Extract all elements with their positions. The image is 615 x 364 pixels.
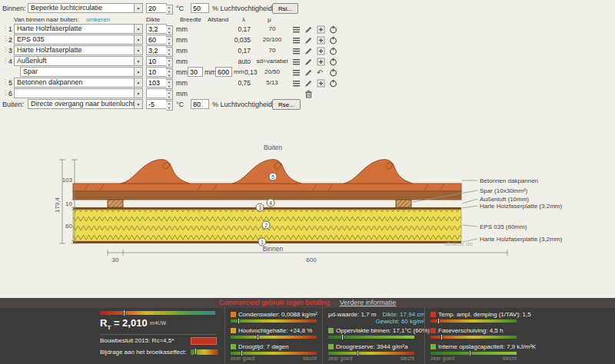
banner-info-link[interactable]: Verdere informatie — [340, 299, 397, 306]
broeikas-row: Bijdrage aan het broeikaseffect: — [100, 349, 221, 356]
pencil-icon[interactable] — [304, 47, 314, 56]
binnen-select[interactable]: Beperkte luchtcirculatie ▼ — [28, 3, 143, 13]
add-layer-icon[interactable] — [317, 79, 326, 88]
trash-icon[interactable] — [304, 90, 314, 99]
breedte-input[interactable] — [188, 67, 203, 77]
bouwbesluit-fail-indicator — [191, 337, 217, 345]
mud-waarde: μd-waarde: 1,7 m — [328, 311, 376, 318]
svg-text:Außenluft (10mm): Außenluft (10mm) — [480, 196, 529, 203]
pencil-icon[interactable] — [304, 36, 314, 45]
material-select[interactable]: Betonnen dakpannen▼ — [14, 78, 143, 88]
material-select[interactable]: Außenluft▼ — [14, 56, 143, 66]
material-select[interactable]: Spar▼ — [20, 67, 143, 77]
add-layer-icon[interactable] — [317, 36, 326, 45]
svg-text:1: 1 — [261, 240, 264, 245]
material-select[interactable]: EPS 035▼ — [14, 35, 143, 45]
dikte-input[interactable] — [146, 56, 167, 66]
add-layer-icon[interactable] — [317, 47, 326, 56]
metric-houtvochtgehalte: Houtvochtgehalte: +24,8 % — [231, 327, 322, 343]
menu-icon[interactable] — [292, 36, 301, 45]
chevron-down-icon: ▼ — [134, 25, 142, 33]
rse-button[interactable]: Rse... — [272, 99, 301, 110]
menu-icon[interactable] — [292, 68, 301, 78]
chevron-down-icon: ▼ — [134, 46, 142, 55]
material-select[interactable]: Harte Holzfaserplatte▼ — [14, 45, 143, 55]
batten-strip — [73, 191, 461, 200]
holzfaserplatte-bottom — [73, 241, 461, 243]
binnen-temp-input[interactable] — [146, 3, 167, 13]
metric-bar — [430, 352, 517, 355]
pencil-icon[interactable] — [304, 68, 314, 78]
scale-labels: zeer goedslecht — [231, 356, 317, 361]
power-icon[interactable] — [329, 47, 338, 56]
dikte-total: Dikte: 17,94 cm — [382, 311, 425, 318]
dikte-input[interactable] — [146, 88, 167, 98]
banner-warning: Commercieel gebruik tegen betaling. — [219, 299, 332, 306]
bouwbesluit-row: Bouwbesluit 2015: Rc=4,5* — [100, 337, 217, 345]
metric-bar — [231, 319, 317, 323]
menu-icon[interactable] — [292, 58, 301, 67]
power-icon[interactable] — [329, 36, 338, 45]
rsi-button[interactable]: Rsi... — [272, 3, 298, 14]
rt-scale-bar — [100, 311, 215, 315]
status-dot — [231, 344, 236, 349]
buiten-humidity-input[interactable] — [191, 99, 209, 109]
svg-text:Betonnen dakpannen: Betonnen dakpannen — [480, 177, 538, 184]
buiten-label: Buiten: — [2, 101, 24, 108]
construction-diagram: Buiten — [0, 141, 615, 298]
pencil-icon[interactable] — [304, 79, 314, 88]
ubakus-app: Binnen: Beperkte luchtcirculatie ▼ ▲▼ °C… — [0, 0, 615, 364]
dikte-input[interactable] — [146, 24, 167, 34]
dikte-input[interactable] — [146, 35, 167, 45]
layer-row-4: ⋮⋮ 4 Außenluft▼ ▲▼ mm auto sd=variabel — [0, 56, 615, 67]
power-icon[interactable] — [329, 25, 338, 35]
chevron-down-icon: ▼ — [134, 78, 142, 87]
chevron-down-icon: ▼ — [134, 89, 142, 98]
layer-row-3: ⋮⋮ 3 Harte Holzfaserplatte▼ ▲▼ mm 0,17 7… — [0, 45, 615, 56]
afstand-input[interactable] — [215, 67, 232, 77]
svg-text:Spar (10x30mm²): Spar (10x30mm²) — [480, 187, 528, 194]
metric-bar — [430, 336, 517, 339]
layer-row-6: ⋮⋮ 6 ▼ ▲▼ mm — [0, 88, 615, 99]
buiten-diagram-label: Buiten — [264, 144, 282, 151]
material-select[interactable]: Harte Holzfaserplatte▼ — [14, 24, 143, 34]
svg-text:Harte Holzfaserplatte (3,2mm): Harte Holzfaserplatte (3,2mm) — [480, 236, 562, 243]
binnen-diagram-label: Binnen — [263, 245, 284, 253]
sd-weight-block: μd-waarde: 1,7 m Dikte: 17,94 cm Gewicht… — [328, 311, 425, 327]
add-layer-icon[interactable] — [317, 25, 326, 35]
svg-text:103: 103 — [62, 177, 73, 184]
svg-text:5: 5 — [271, 174, 274, 180]
power-icon[interactable] — [329, 68, 338, 78]
layer-row-1: ⋮⋮ 1 Harte Holzfaserplatte▼ ▲▼ mm 0,17 7… — [0, 24, 615, 35]
status-dot — [430, 312, 436, 317]
dikte-input[interactable] — [146, 67, 167, 77]
dikte-input[interactable] — [146, 78, 167, 88]
undo-icon[interactable]: ↶ — [317, 68, 326, 78]
rt-column: RT = 2,010m²K/W Bouwbesluit 2015: Rc=4,5… — [100, 311, 221, 356]
power-icon[interactable] — [329, 79, 338, 88]
menu-icon[interactable] — [292, 25, 301, 35]
tile-humps — [121, 160, 413, 184]
omkeren-link[interactable]: omkeren — [86, 16, 110, 23]
menu-icon[interactable] — [292, 47, 301, 56]
metric-bar — [430, 319, 517, 323]
menu-icon[interactable] — [292, 79, 301, 88]
material-select[interactable]: ▼ — [14, 88, 143, 98]
buiten-temp-input[interactable] — [146, 99, 167, 109]
status-dot — [430, 328, 436, 333]
buiten-select[interactable]: Directe overgang naar buitenlucht ▼ — [28, 99, 143, 109]
binnen-temp-stepper[interactable]: ▲▼ — [166, 5, 173, 15]
binnen-humidity-input[interactable] — [191, 3, 209, 13]
broeikas-label: Bijdrage aan het broeikaseffect: — [100, 349, 186, 356]
dikte-input[interactable] — [146, 45, 167, 55]
buiten-temp-stepper[interactable]: ▲▼ — [166, 101, 173, 111]
power-icon[interactable] — [329, 58, 338, 67]
pencil-icon[interactable] — [304, 25, 314, 35]
pencil-icon[interactable] — [304, 58, 314, 67]
chevron-down-icon: ▼ — [134, 100, 142, 108]
metric-bar — [328, 336, 414, 339]
heat-column: Temp. ampl. demping (1/TAV): 1,5 Fasever… — [424, 308, 547, 364]
add-layer-icon[interactable] — [317, 58, 326, 67]
watermark: ubakus.de — [444, 240, 473, 247]
status-dot — [231, 328, 236, 333]
